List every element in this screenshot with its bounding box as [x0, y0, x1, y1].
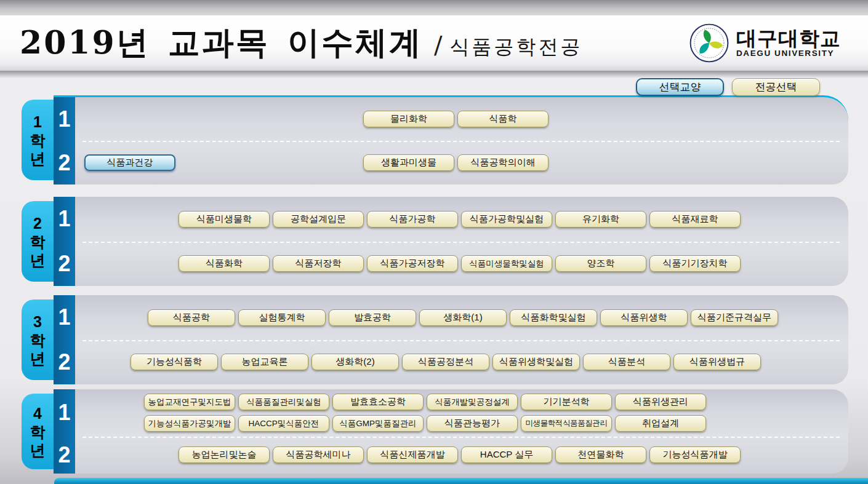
- course-line: 식품공학실험통계학발효공학생화학(1)식품화학및실험식품위생학식품기준규격실무: [75, 309, 848, 326]
- page-title: 2019년 교과목 이수체계: [20, 22, 423, 65]
- course-button[interactable]: 식품미생물학및실험: [461, 255, 552, 272]
- semester-1-number: 1: [54, 295, 75, 340]
- course-button[interactable]: 생화학(1): [419, 309, 507, 326]
- year-label-line: 년: [30, 252, 46, 269]
- year-2-semester-1-courses: 식품미생물학공학설계입문식품가공학식품가공학및실험유기화학식품재료학: [75, 197, 848, 242]
- course-button[interactable]: 식품과건강: [84, 154, 175, 171]
- course-button[interactable]: 식품위생관리: [615, 394, 706, 410]
- course-button[interactable]: 유기화학: [555, 211, 646, 228]
- course-line: 식품미생물학공학설계입문식품가공학식품가공학및실험유기화학식품재료학: [75, 211, 848, 228]
- course-button[interactable]: 식품개발및공정설계: [427, 394, 518, 410]
- course-line: 물리화학식품학: [75, 111, 848, 127]
- legend-major-elective-button[interactable]: 전공선택: [732, 78, 820, 96]
- legend-general-elective-button[interactable]: 선택교양: [636, 78, 724, 96]
- year-4-panel: 농업교재연구및지도법식품품질관리및실험발효효소공학식품개발및공정설계기기분석학식…: [75, 389, 848, 474]
- course-button[interactable]: 식품화학및실험: [510, 309, 597, 326]
- course-button[interactable]: 물리화학: [363, 111, 454, 127]
- course-button[interactable]: 농업교재연구및지도법: [144, 394, 235, 410]
- course-line: 농업논리및논술식품공학세미나식품신제품개발HACCP 실무천연물화학기능성식품개…: [75, 446, 848, 463]
- slide-header: 2019년 교과목 이수체계 / 식품공학전공 대구대학교 DAEGU UNIV…: [0, 15, 868, 71]
- year-row-3: 3 학 년 1 2 식품공학실험통계학발효공학생화학(1)식품화학및실험식품위생…: [22, 295, 848, 384]
- semester-2-number: 2: [54, 242, 75, 287]
- semester-divider: [82, 141, 840, 142]
- semester-divider: [82, 340, 840, 341]
- university-logo: 대구대학교 DAEGU UNIVERSITY: [689, 23, 841, 63]
- title-group: 2019년 교과목 이수체계 / 식품공학전공: [20, 22, 582, 65]
- course-button[interactable]: 식품위생학: [600, 309, 688, 326]
- course-button[interactable]: 기능성식품학: [131, 354, 218, 370]
- semester-1-number: 1: [54, 97, 75, 141]
- course-line: 농업교재연구및지도법식품품질관리및실험발효효소공학식품개발및공정설계기기분석학식…: [75, 394, 848, 410]
- course-button[interactable]: 식품미생물학: [179, 211, 270, 228]
- course-button[interactable]: 양조학: [555, 255, 646, 272]
- course-button[interactable]: 식품공학세미나: [273, 446, 364, 463]
- header-shadow: [0, 71, 868, 78]
- course-button[interactable]: 발효효소공학: [332, 394, 424, 410]
- course-button[interactable]: HACCP 실무: [461, 446, 552, 463]
- semester-divider: [82, 437, 840, 438]
- semester-2-number: 2: [54, 141, 75, 184]
- course-button[interactable]: 미생물학적식품품질관리: [521, 415, 612, 432]
- course-button[interactable]: 천연물화학: [555, 446, 646, 463]
- course-button[interactable]: 식품학: [457, 111, 549, 127]
- course-button[interactable]: HACCP및식품안전: [238, 415, 329, 432]
- year-4-semester-2-courses: 농업논리및논술식품공학세미나식품신제품개발HACCP 실무천연물화학기능성식품개…: [75, 437, 848, 474]
- course-button[interactable]: 식품위생학및실험: [492, 354, 580, 370]
- logo-english-name: DAEGU UNIVERSITY: [736, 49, 841, 58]
- course-button[interactable]: 식품화학: [179, 255, 270, 272]
- course-button[interactable]: 실험통계학: [238, 309, 326, 326]
- course-button[interactable]: 식품가공학및실험: [461, 211, 552, 228]
- course-button[interactable]: 식품신제품개발: [367, 446, 458, 463]
- year-2-semester-2-courses: 식품화학식품저장학식품가공저장학식품미생물학및실험양조학식품기기장치학: [75, 242, 848, 287]
- course-button[interactable]: 생화학(2): [311, 354, 399, 370]
- year-1-semester-bar: 1 2: [54, 95, 75, 184]
- year-label-line: 년: [30, 350, 46, 367]
- course-button[interactable]: 기능성식품가공및개발: [144, 415, 235, 432]
- semester-2-number: 2: [54, 437, 75, 474]
- year-2-semester-bar: 1 2: [54, 197, 75, 286]
- course-button[interactable]: 식품가공학: [367, 211, 458, 228]
- year-label-line: 년: [30, 442, 46, 459]
- course-line: 식품화학식품저장학식품가공저장학식품미생물학및실험양조학식품기기장치학: [75, 255, 848, 272]
- course-button[interactable]: 기능성식품개발: [649, 446, 741, 463]
- year-3-semester-bar: 1 2: [54, 295, 75, 384]
- top-decorative-strip: [0, 0, 868, 15]
- semester-1-number: 1: [54, 197, 75, 242]
- course-button[interactable]: 기기분석학: [521, 394, 612, 410]
- year-3-label: 3 학 년: [22, 300, 54, 380]
- university-seal-icon: [689, 23, 729, 63]
- course-button[interactable]: 식품GMP및품질관리: [332, 415, 424, 432]
- course-button[interactable]: 농업논리및논술: [179, 446, 270, 463]
- course-button[interactable]: 식품기기장치학: [649, 255, 741, 272]
- course-button[interactable]: 식품공학: [148, 309, 235, 326]
- course-button[interactable]: 식품공학의이해: [457, 154, 549, 171]
- course-line: 기능성식품학농업교육론생화학(2)식품공정분석식품위생학및실험식품분석식품위생법…: [75, 354, 848, 370]
- course-button[interactable]: 식품품질관리및실험: [238, 394, 329, 410]
- course-button[interactable]: 식품저장학: [273, 255, 364, 272]
- logo-korean-name: 대구대학교: [736, 28, 841, 50]
- course-button[interactable]: 발효공학: [329, 309, 416, 326]
- course-button[interactable]: 식품재료학: [649, 211, 741, 228]
- course-line: 기능성식품가공및개발HACCP및식품안전식품GMP및품질관리식품관능평가미생물학…: [75, 415, 848, 432]
- course-button[interactable]: 생활과미생물: [363, 154, 454, 171]
- year-4-label: 4 학 년: [22, 394, 54, 469]
- course-button[interactable]: 식품분석: [583, 354, 670, 370]
- year-row-2: 2 학 년 1 2 식품미생물학공학설계입문식품가공학식품가공학및실험유기화학식…: [22, 197, 848, 286]
- year-row-4: 4 학 년 1 2 농업교재연구및지도법식품품질관리및실험발효효소공학식품개발및…: [22, 389, 848, 474]
- year-1-panel: 물리화학식품학 식품과건강생활과미생물식품공학의이해: [75, 95, 848, 184]
- year-label-line: 년: [30, 150, 46, 167]
- course-button[interactable]: 식품관능평가: [427, 415, 518, 432]
- course-button[interactable]: 취업설계: [615, 415, 706, 432]
- course-button[interactable]: 식품가공저장학: [367, 255, 458, 272]
- year-row-1: 1 학 년 1 2 물리화학식품학 식품과건강생활과미생물식품공학의이해: [22, 95, 848, 184]
- bottom-decorative-swoosh: [54, 478, 868, 484]
- year-2-panel: 식품미생물학공학설계입문식품가공학식품가공학및실험유기화학식품재료학 식품화학식…: [75, 197, 848, 286]
- course-button[interactable]: 공학설계입문: [273, 211, 364, 228]
- year-4-semester-bar: 1 2: [54, 389, 75, 474]
- course-button[interactable]: 식품기준규격실무: [691, 309, 778, 326]
- year-label-line: 4: [33, 405, 42, 422]
- course-button[interactable]: 식품위생법규: [673, 354, 761, 370]
- course-button[interactable]: 식품공정분석: [402, 354, 489, 370]
- course-button[interactable]: 농업교육론: [221, 354, 308, 370]
- year-label-line: 2: [33, 215, 42, 232]
